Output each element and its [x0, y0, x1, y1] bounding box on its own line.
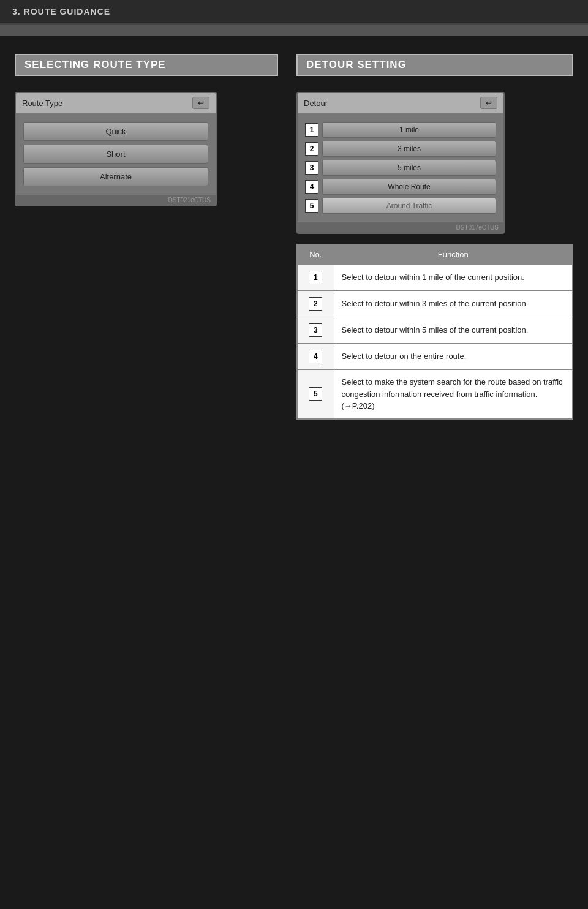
- detour-title: Detour: [304, 99, 328, 108]
- left-section-heading: SELECTING ROUTE TYPE: [15, 54, 278, 76]
- table-row-5: 5Select to make the system search for th…: [297, 370, 573, 419]
- detour-number-5: 5: [305, 199, 318, 213]
- col-header-no: No.: [297, 244, 334, 265]
- separator-bar: [0, 25, 588, 36]
- detour-option-5[interactable]: Around Traffic: [322, 198, 496, 214]
- route-type-body: Quick Short Alternate: [16, 113, 216, 195]
- function-table: No. Function 1Select to detour within 1 …: [296, 244, 573, 420]
- table-cell-function-3: Select to detour within 5 miles of the c…: [334, 317, 573, 344]
- main-content: SELECTING ROUTE TYPE Route Type ↩ Quick …: [0, 36, 588, 909]
- detour-number-1: 1: [305, 123, 318, 137]
- route-type-title: Route Type: [22, 99, 62, 108]
- route-btn-quick[interactable]: Quick: [23, 122, 208, 141]
- table-row-2: 2Select to detour within 3 miles of the …: [297, 291, 573, 317]
- detour-row-5: 5Around Traffic: [305, 198, 496, 214]
- route-btn-short[interactable]: Short: [23, 145, 208, 164]
- table-row-4: 4Select to detour on the entire route.: [297, 344, 573, 370]
- route-type-watermark: DST021eCTUS: [16, 195, 216, 205]
- header-title: 3. ROUTE GUIDANCE: [12, 7, 110, 17]
- table-cell-function-1: Select to detour within 1 mile of the cu…: [334, 265, 573, 291]
- detour-option-3[interactable]: 5 miles: [322, 160, 496, 176]
- route-type-back-button[interactable]: ↩: [192, 97, 209, 109]
- detour-back-button[interactable]: ↩: [480, 97, 497, 109]
- detour-row-4: 4Whole Route: [305, 179, 496, 195]
- detour-option-1[interactable]: 1 mile: [322, 122, 496, 138]
- detour-number-3: 3: [305, 161, 318, 175]
- table-cell-num-3: 3: [297, 317, 334, 344]
- detour-row-1: 11 mile: [305, 122, 496, 138]
- route-btn-alternate[interactable]: Alternate: [23, 167, 208, 186]
- detour-watermark: DST017eCTUS: [298, 222, 503, 233]
- table-cell-num-5: 5: [297, 370, 334, 419]
- table-cell-function-5: Select to make the system search for the…: [334, 370, 573, 419]
- detour-option-4[interactable]: Whole Route: [322, 179, 496, 195]
- detour-number-4: 4: [305, 180, 318, 194]
- detour-body: 11 mile23 miles35 miles4Whole Route5Arou…: [298, 113, 503, 222]
- route-type-titlebar: Route Type ↩: [16, 93, 216, 113]
- function-table-body: 1Select to detour within 1 mile of the c…: [297, 265, 573, 419]
- detour-row-2: 23 miles: [305, 141, 496, 157]
- table-header-row: No. Function: [297, 244, 573, 265]
- detour-screen: Detour ↩ 11 mile23 miles35 miles4Whole R…: [296, 92, 505, 234]
- table-row-1: 1Select to detour within 1 mile of the c…: [297, 265, 573, 291]
- num-badge-5: 5: [309, 387, 322, 401]
- table-cell-num-2: 2: [297, 291, 334, 317]
- table-cell-function-2: Select to detour within 3 miles of the c…: [334, 291, 573, 317]
- table-row-3: 3Select to detour within 5 miles of the …: [297, 317, 573, 344]
- table-cell-function-4: Select to detour on the entire route.: [334, 344, 573, 370]
- col-header-function: Function: [334, 244, 573, 265]
- num-badge-3: 3: [309, 323, 322, 337]
- num-badge-4: 4: [309, 350, 322, 363]
- left-column: SELECTING ROUTE TYPE Route Type ↩ Quick …: [15, 54, 278, 897]
- detour-row-3: 35 miles: [305, 160, 496, 176]
- num-badge-1: 1: [309, 271, 322, 284]
- table-cell-num-4: 4: [297, 344, 334, 370]
- detour-number-2: 2: [305, 142, 318, 156]
- table-cell-num-1: 1: [297, 265, 334, 291]
- header-bar: 3. ROUTE GUIDANCE: [0, 0, 588, 25]
- route-type-screen: Route Type ↩ Quick Short Alternate DST02…: [15, 92, 217, 206]
- detour-option-2[interactable]: 3 miles: [322, 141, 496, 157]
- num-badge-2: 2: [309, 297, 322, 311]
- right-column: DETOUR SETTING Detour ↩ 11 mile23 miles3…: [296, 54, 573, 897]
- detour-titlebar: Detour ↩: [298, 93, 503, 113]
- right-section-heading: DETOUR SETTING: [296, 54, 573, 76]
